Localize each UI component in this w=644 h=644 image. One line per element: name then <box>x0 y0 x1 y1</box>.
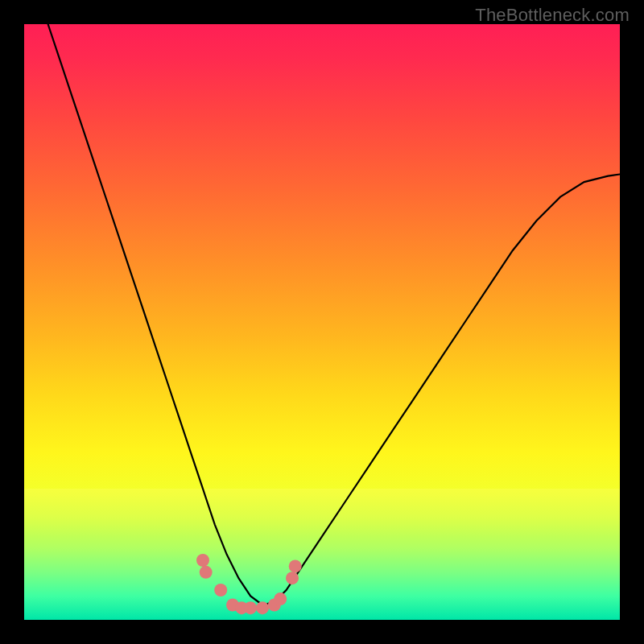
bottleneck-curve-path <box>48 24 620 605</box>
chart-svg <box>24 24 620 620</box>
marker-dots-group <box>196 554 302 614</box>
marker-dot <box>244 601 257 614</box>
marker-dot <box>214 584 227 597</box>
marker-dot <box>286 572 299 584</box>
watermark-text: TheBottleneck.com <box>475 5 630 26</box>
marker-dot <box>274 592 287 605</box>
plot-area <box>24 24 620 620</box>
marker-dot <box>196 554 209 567</box>
marker-dot <box>289 559 302 572</box>
marker-dot <box>200 566 213 579</box>
chart-frame: TheBottleneck.com <box>0 0 644 644</box>
marker-dot <box>256 601 269 614</box>
